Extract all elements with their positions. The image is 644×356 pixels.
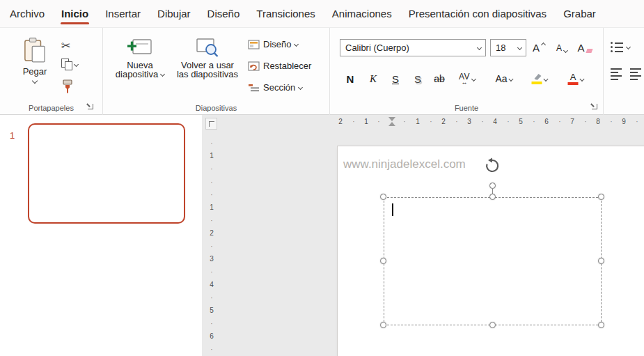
- reuse-slides-label: Volver a usar las diapositivas: [177, 61, 238, 79]
- tab-animaciones[interactable]: Animaciones: [324, 0, 400, 27]
- paste-button[interactable]: Pegar: [13, 36, 57, 83]
- grow-font-letter: A: [533, 42, 540, 54]
- resize-handle-middle-right[interactable]: [598, 258, 604, 264]
- h-ruler-number: 4: [493, 115, 497, 129]
- grow-font-button[interactable]: A: [533, 39, 545, 56]
- reset-button[interactable]: Restablecer: [248, 61, 311, 71]
- selected-text-box[interactable]: [384, 197, 602, 325]
- paste-chevron-icon: [32, 78, 38, 84]
- text-cursor: [392, 203, 393, 216]
- hanging-indent-icon: [388, 122, 395, 126]
- font-color-icon: A: [568, 72, 579, 85]
- align-left-icon: [611, 68, 622, 80]
- bold-button[interactable]: N: [347, 68, 354, 89]
- format-painter-button[interactable]: [61, 79, 74, 95]
- tab-presentaci-n-con-diapositivas[interactable]: Presentación con diapositivas: [400, 0, 555, 27]
- tab-inicio[interactable]: Inicio: [53, 0, 97, 27]
- v-ruler-number: 4: [207, 281, 216, 288]
- shrink-font-button[interactable]: A: [556, 39, 567, 56]
- font-size-value: 18: [491, 42, 518, 53]
- h-ruler-tick: ·: [558, 115, 560, 129]
- format-painter-icon: [61, 79, 74, 95]
- powerpoint-window: ArchivoInicioInsertarDibujarDiseñoTransi…: [0, 0, 644, 356]
- ribbon-group-paragraph: [604, 28, 644, 115]
- bullets-button[interactable]: [611, 42, 630, 52]
- new-slide-label-line2: diapositiva: [116, 70, 158, 79]
- h-ruler-number: 8: [596, 115, 600, 129]
- horizontal-ruler: 2·1··1·2·3·4·5·6·7·8·9·: [202, 115, 644, 130]
- font-color-button[interactable]: A: [568, 68, 584, 89]
- tab-dibujar[interactable]: Dibujar: [149, 0, 199, 27]
- tab-transiciones[interactable]: Transiciones: [248, 0, 323, 27]
- h-ruler-tick: ·: [610, 115, 612, 129]
- h-ruler-number: 5: [519, 115, 523, 129]
- resize-handle-bottom-right[interactable]: [598, 322, 604, 328]
- v-ruler-tick: ·: [207, 191, 216, 199]
- bold-letter: N: [347, 73, 354, 85]
- paste-label: Pegar: [23, 66, 47, 77]
- strikethrough-letters: ab: [434, 73, 445, 84]
- align-center-button[interactable]: [630, 68, 641, 80]
- change-case-chevron-icon: [509, 76, 514, 81]
- rotate-handle-icon[interactable]: [484, 157, 501, 174]
- new-slide-icon: [127, 36, 152, 59]
- resize-handle-middle-left[interactable]: [380, 258, 386, 264]
- tab-grabar[interactable]: Grabar: [555, 0, 604, 27]
- strikethrough-button[interactable]: ab: [434, 68, 445, 89]
- font-name-combobox[interactable]: Calibri (Cuerpo): [340, 39, 486, 56]
- watermark-text[interactable]: www.ninjadelexcel.com: [343, 157, 466, 171]
- font-group-label-text: Fuente: [455, 104, 478, 112]
- copy-button[interactable]: [61, 59, 78, 70]
- resize-handle-bottom-middle[interactable]: [489, 322, 496, 328]
- vertical-ruler: ·1···1·2·3·4·5·6·: [202, 115, 219, 356]
- font-size-combobox[interactable]: 18: [490, 39, 526, 56]
- tab-insertar[interactable]: Insertar: [97, 0, 149, 27]
- align-center-icon: [630, 68, 641, 80]
- h-ruler-tick: ·: [377, 115, 379, 129]
- ribbon-group-font: Calibri (Cuerpo) 18 A A A N: [330, 28, 604, 115]
- h-ruler-tick: ·: [507, 115, 509, 129]
- cut-button[interactable]: ✂: [61, 39, 70, 52]
- bullets-icon: [611, 42, 623, 52]
- text-highlight-button[interactable]: [532, 68, 548, 89]
- shrink-font-letter: A: [556, 43, 562, 53]
- indent-marker[interactable]: [388, 117, 396, 126]
- ribbon-group-clipboard: Pegar ✂ Portapapeles: [0, 28, 103, 115]
- clipboard-dialog-launcher[interactable]: [86, 102, 95, 111]
- clipboard-group-label-text: Portapapeles: [29, 104, 74, 112]
- slide-thumbnail-panel: 1: [0, 115, 202, 356]
- highlight-color-bar: [532, 82, 542, 84]
- bullets-chevron-icon: [626, 45, 631, 49]
- h-ruler-tick: ·: [430, 115, 432, 129]
- slide-editing-area[interactable]: www.ninjadelexcel.com: [338, 146, 644, 356]
- clear-formatting-button[interactable]: A: [577, 39, 592, 56]
- resize-handle-bottom-left[interactable]: [380, 322, 386, 328]
- tab-archivo[interactable]: Archivo: [1, 0, 53, 27]
- new-slide-button[interactable]: Nueva diapositiva: [109, 36, 171, 79]
- character-spacing-button[interactable]: AV ↔: [459, 68, 476, 89]
- rotation-handle[interactable]: [489, 183, 496, 189]
- copy-chevron-icon: [74, 61, 79, 66]
- layout-button[interactable]: Diseño: [248, 39, 298, 49]
- italic-button[interactable]: K: [370, 68, 377, 89]
- underline-letter: S: [392, 73, 399, 85]
- font-dialog-launcher[interactable]: [590, 102, 599, 111]
- section-button[interactable]: Sección: [248, 82, 302, 93]
- resize-handle-top-right[interactable]: [598, 194, 604, 200]
- align-left-button[interactable]: [611, 68, 622, 80]
- resize-handle-top-left[interactable]: [380, 194, 386, 200]
- resize-handle-top-middle[interactable]: [489, 194, 496, 200]
- tab-dise-o[interactable]: Diseño: [199, 0, 249, 27]
- change-case-button[interactable]: Aa: [495, 68, 512, 89]
- underline-button[interactable]: S: [392, 68, 399, 89]
- shadow-letter: S: [414, 73, 421, 85]
- h-ruler-number: 6: [544, 115, 549, 129]
- slide-thumbnail[interactable]: [28, 123, 185, 224]
- reuse-slides-button[interactable]: Volver a usar las diapositivas: [173, 36, 242, 79]
- text-shadow-button[interactable]: S: [414, 68, 421, 89]
- clipboard-paste-icon: [24, 36, 46, 64]
- section-label: Sección: [263, 82, 295, 93]
- v-ruler-number: 5: [207, 307, 216, 314]
- scissors-icon: ✂: [61, 39, 70, 52]
- workspace: 1 2·1··1·2·3·4·5·6·7·8·9· ·1···1·2·3·4·5…: [0, 115, 644, 356]
